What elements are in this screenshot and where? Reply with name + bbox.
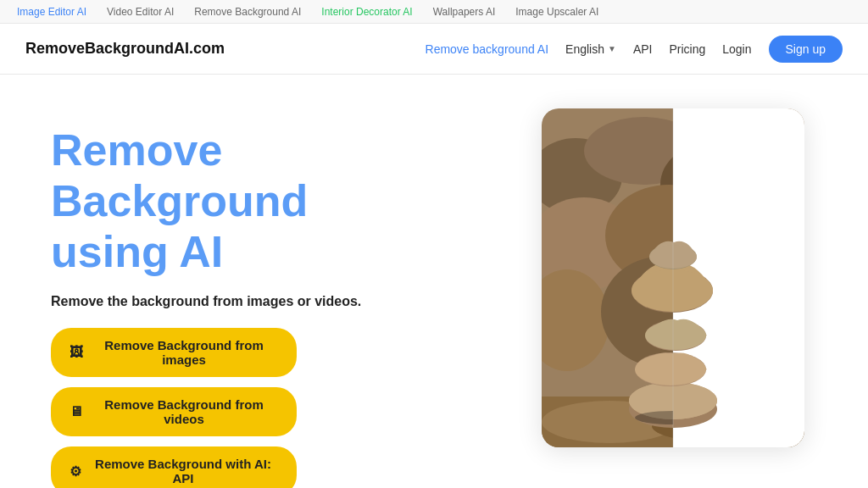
hero-right: [529, 108, 817, 447]
hero-subtitle: Remove the background from images or vid…: [51, 294, 529, 309]
hero-title: RemoveBackgroundusing AI: [51, 125, 529, 277]
main-nav: RemoveBackgroundAI.com Remove background…: [0, 24, 868, 75]
svg-point-23: [645, 321, 706, 350]
topbar-link-image-editor[interactable]: Image Editor AI: [17, 6, 86, 18]
btn-remove-videos[interactable]: 🖥 Remove Background from videos: [51, 387, 297, 436]
nav-link-api[interactable]: API: [633, 42, 653, 56]
svg-point-25: [632, 269, 713, 312]
topbar-link-video-editor[interactable]: Video Editor AI: [107, 6, 174, 18]
topbar-link-upscaler[interactable]: Image Upscaler AI: [515, 6, 598, 18]
language-selector[interactable]: English ▼: [565, 42, 616, 56]
nav-link-pricing[interactable]: Pricing: [669, 42, 705, 56]
btn-videos-label: Remove Background from videos: [90, 397, 278, 426]
btn-remove-api[interactable]: ⚙ Remove Background with AI: API: [51, 446, 297, 488]
hero-section: RemoveBackgroundusing AI Remove the back…: [0, 75, 868, 488]
topbar-link-remove-bg[interactable]: Remove Background AI: [194, 6, 301, 18]
hero-image-card: [542, 108, 804, 447]
brand-logo[interactable]: RemoveBackgroundAI.com: [25, 40, 225, 58]
btn-api-label: Remove Background with AI: API: [88, 457, 278, 485]
btn-remove-images[interactable]: 🖼 Remove Background from images: [51, 328, 297, 377]
svg-point-21: [635, 353, 706, 385]
login-button[interactable]: Login: [722, 42, 751, 56]
chevron-down-icon: ▼: [608, 44, 616, 53]
nav-link-remove-bg[interactable]: Remove background AI: [426, 42, 549, 56]
nav-right: Remove background AI English ▼ API Prici…: [426, 36, 843, 63]
hero-left: RemoveBackgroundusing AI Remove the back…: [51, 108, 529, 488]
image-icon: 🖼: [70, 345, 83, 360]
btn-images-label: Remove Background from images: [90, 338, 278, 367]
hero-image: [542, 108, 804, 447]
signup-button[interactable]: Sign up: [769, 36, 843, 63]
api-icon: ⚙: [70, 463, 81, 480]
language-label: English: [565, 42, 604, 56]
top-bar: Image Editor AI Video Editor AI Remove B…: [0, 0, 868, 24]
topbar-link-wallpapers[interactable]: Wallpapers AI: [433, 6, 496, 18]
video-icon: 🖥: [70, 404, 83, 419]
topbar-link-interior[interactable]: Interior Decorator AI: [321, 6, 412, 18]
